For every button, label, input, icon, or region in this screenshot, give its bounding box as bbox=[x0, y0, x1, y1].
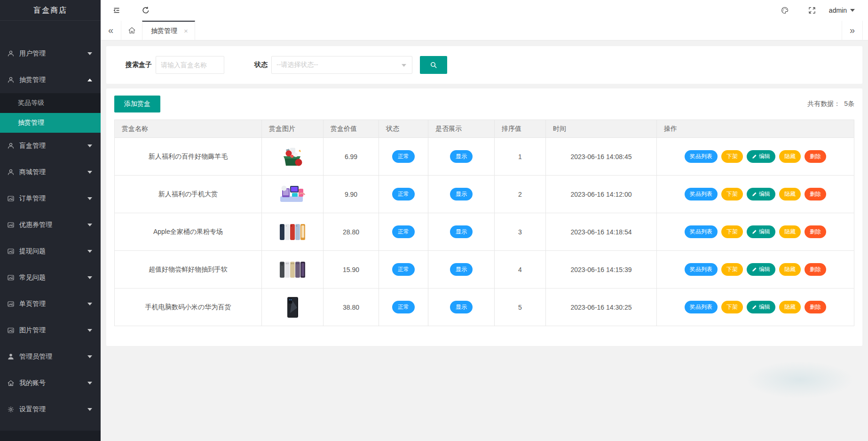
column-header: 排序值 bbox=[495, 120, 546, 138]
edit-button[interactable]: 编辑 bbox=[747, 188, 775, 200]
collapse-sidebar-icon[interactable] bbox=[106, 0, 127, 21]
topbar-right: admin bbox=[774, 0, 868, 21]
delete-button[interactable]: 删除 bbox=[805, 150, 826, 162]
delete-button[interactable]: 删除 bbox=[805, 188, 826, 200]
off-shelf-button[interactable]: 下架 bbox=[721, 263, 743, 275]
cell-display: 显示 bbox=[428, 138, 495, 176]
home-icon bbox=[7, 379, 15, 387]
total-prefix: 共有数据： bbox=[807, 100, 840, 107]
table-header-row: 赏盒名称赏盒图片赏盒价值状态是否展示排序值时间操作 bbox=[115, 120, 854, 138]
tab-close-icon[interactable]: × bbox=[184, 27, 188, 34]
off-shelf-button[interactable]: 下架 bbox=[721, 150, 743, 162]
user-caret-icon bbox=[850, 9, 855, 12]
sidebar-item-11[interactable]: 我的账号 bbox=[0, 370, 101, 396]
sidebar-subitem-active[interactable]: 抽赏管理 bbox=[0, 113, 101, 133]
off-shelf-button[interactable]: 下架 bbox=[721, 225, 743, 238]
cell-sort: 2 bbox=[495, 176, 546, 213]
cell-actions: 奖品列表下架编辑隐藏删除 bbox=[657, 251, 854, 289]
table-body: 新人福利の百件好物薅羊毛6.99正常显示12023-06-16 14:08:45… bbox=[115, 138, 854, 326]
status-badge[interactable]: 正常 bbox=[392, 301, 415, 313]
cell-box-image bbox=[262, 176, 324, 213]
sidebar-subitem[interactable]: 奖品等级 bbox=[0, 93, 101, 113]
hide-button[interactable]: 隐藏 bbox=[779, 188, 801, 200]
cell-sort: 3 bbox=[495, 213, 546, 251]
refresh-icon[interactable] bbox=[135, 0, 156, 21]
sidebar-item-6[interactable]: 提现问题 bbox=[0, 238, 101, 265]
sidebar-item-12[interactable]: 设置管理 bbox=[0, 396, 101, 423]
display-badge[interactable]: 显示 bbox=[450, 188, 473, 200]
sidebar-item-3[interactable]: 商城管理 bbox=[0, 159, 101, 185]
filter-panel: 搜索盒子 状态 --请选择状态-- bbox=[106, 46, 862, 84]
column-header: 赏盒价值 bbox=[324, 120, 379, 138]
hide-button[interactable]: 隐藏 bbox=[779, 150, 801, 162]
hide-button[interactable]: 隐藏 bbox=[779, 301, 801, 313]
theme-palette-icon[interactable] bbox=[774, 0, 795, 21]
sidebar-item-0[interactable]: 用户管理 bbox=[0, 40, 101, 67]
cell-box-price: 15.90 bbox=[324, 251, 379, 289]
tabs-scroll-left-button[interactable]: « bbox=[101, 21, 121, 40]
add-box-button[interactable]: 添加赏盒 bbox=[114, 96, 160, 112]
sidebar-item-1[interactable]: 抽赏管理 bbox=[0, 67, 101, 93]
status-select[interactable]: --请选择状态-- bbox=[271, 56, 412, 74]
edit-button[interactable]: 编辑 bbox=[747, 301, 775, 313]
caret-down-icon bbox=[87, 250, 92, 253]
delete-button[interactable]: 删除 bbox=[805, 301, 826, 313]
cell-box-price: 6.99 bbox=[324, 138, 379, 176]
column-header: 操作 bbox=[657, 120, 854, 138]
cell-box-name: Apple全家桶の果粉专场 bbox=[115, 213, 262, 251]
image-icon bbox=[7, 327, 15, 335]
search-button[interactable] bbox=[420, 56, 447, 74]
off-shelf-button[interactable]: 下架 bbox=[721, 188, 743, 200]
prize-list-button[interactable]: 奖品列表 bbox=[685, 150, 718, 162]
status-badge[interactable]: 正常 bbox=[392, 188, 415, 200]
hide-button[interactable]: 隐藏 bbox=[779, 225, 801, 238]
search-input[interactable] bbox=[156, 56, 224, 74]
display-badge[interactable]: 显示 bbox=[450, 263, 473, 275]
sidebar-item-10[interactable]: 管理员管理 bbox=[0, 344, 101, 370]
prize-list-button[interactable]: 奖品列表 bbox=[685, 188, 718, 200]
edit-button[interactable]: 编辑 bbox=[747, 263, 775, 275]
tabs-menu-button[interactable] bbox=[862, 21, 868, 40]
status-badge[interactable]: 正常 bbox=[392, 150, 415, 162]
sidebar-item-2[interactable]: 盲盒管理 bbox=[0, 133, 101, 159]
status-badge[interactable]: 正常 bbox=[392, 263, 415, 275]
cell-sort: 4 bbox=[495, 251, 546, 289]
sidebar-item-4[interactable]: 订单管理 bbox=[0, 185, 101, 212]
sidebar-item-5[interactable]: 优惠券管理 bbox=[0, 212, 101, 238]
delete-button[interactable]: 删除 bbox=[805, 263, 826, 275]
display-badge[interactable]: 显示 bbox=[450, 150, 473, 162]
tab-active[interactable]: 抽赏管理 × bbox=[142, 21, 195, 40]
cell-display: 显示 bbox=[428, 213, 495, 251]
off-shelf-button[interactable]: 下架 bbox=[721, 301, 743, 313]
cell-box-name: 手机电脑数码小米の华为百货 bbox=[115, 289, 262, 326]
display-badge[interactable]: 显示 bbox=[450, 301, 473, 313]
sidebar-item-9[interactable]: 图片管理 bbox=[0, 317, 101, 344]
edit-button[interactable]: 编辑 bbox=[747, 225, 775, 238]
boxes-table: 赏盒名称赏盒图片赏盒价值状态是否展示排序值时间操作 新人福利の百件好物薅羊毛6.… bbox=[114, 120, 854, 326]
home-tab-button[interactable] bbox=[121, 21, 142, 40]
image-icon bbox=[7, 195, 15, 203]
fullscreen-icon[interactable] bbox=[802, 0, 822, 21]
user-menu[interactable]: admin bbox=[829, 7, 855, 14]
delete-button[interactable]: 删除 bbox=[805, 225, 826, 238]
gear-icon bbox=[7, 406, 15, 414]
tabs-scroll-right-button[interactable]: » bbox=[842, 21, 862, 40]
prize-list-button[interactable]: 奖品列表 bbox=[685, 225, 718, 238]
cell-box-price: 38.80 bbox=[324, 289, 379, 326]
display-badge[interactable]: 显示 bbox=[450, 225, 473, 238]
sidebar: 盲盒商店 用户管理抽赏管理奖品等级抽赏管理盲盒管理商城管理订单管理优惠券管理提现… bbox=[0, 0, 101, 441]
hide-button[interactable]: 隐藏 bbox=[779, 263, 801, 275]
prize-list-button[interactable]: 奖品列表 bbox=[685, 263, 718, 275]
edit-button[interactable]: 编辑 bbox=[747, 150, 775, 162]
caret-down-icon bbox=[87, 197, 92, 200]
sidebar-item-7[interactable]: 常见问题 bbox=[0, 265, 101, 291]
sidebar-item-8[interactable]: 单页管理 bbox=[0, 291, 101, 317]
status-badge[interactable]: 正常 bbox=[392, 225, 415, 238]
image-icon bbox=[7, 274, 15, 282]
user-icon bbox=[7, 142, 15, 150]
caret-down-icon bbox=[87, 329, 92, 332]
sidebar-item-label: 商城管理 bbox=[19, 168, 87, 176]
username: admin bbox=[829, 7, 847, 14]
prize-list-button[interactable]: 奖品列表 bbox=[685, 301, 718, 313]
cell-status: 正常 bbox=[379, 289, 428, 326]
